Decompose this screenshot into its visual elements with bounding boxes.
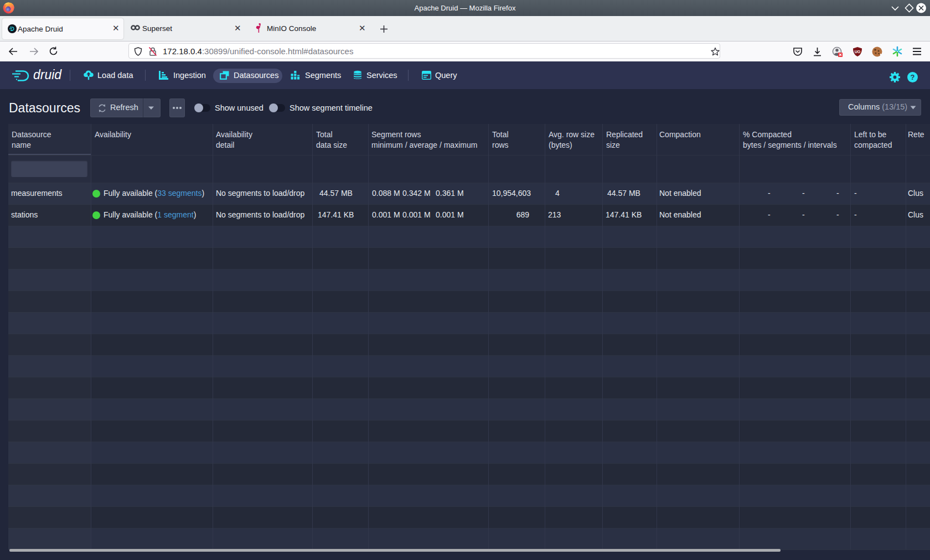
svg-text:?: ? xyxy=(911,73,915,81)
svg-text:UO: UO xyxy=(855,50,861,54)
